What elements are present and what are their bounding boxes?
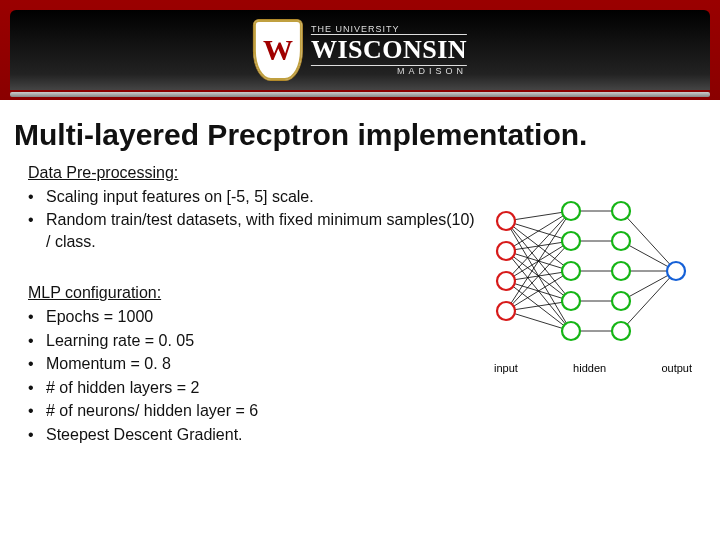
svg-line-17 <box>506 271 571 311</box>
text-column: Data Pre-processing: Scaling input featu… <box>28 162 478 476</box>
svg-point-37 <box>562 292 580 310</box>
svg-point-41 <box>612 262 630 280</box>
label-hidden: hidden <box>573 362 606 374</box>
svg-line-15 <box>506 211 571 311</box>
list-item: Steepest Descent Gradient. <box>28 424 478 446</box>
svg-point-30 <box>497 212 515 230</box>
org-line-1: THE UNIVERSITY <box>311 24 467 34</box>
svg-point-38 <box>562 322 580 340</box>
preproc-heading: Data Pre-processing: <box>28 162 478 184</box>
university-logo: W THE UNIVERSITY WISCONSIN MADISON <box>253 19 467 81</box>
header-inner-bar: W THE UNIVERSITY WISCONSIN MADISON <box>10 10 710 90</box>
list-item: # of neurons/ hidden layer = 6 <box>28 400 478 422</box>
label-output: output <box>661 362 692 374</box>
header-banner: W THE UNIVERSITY WISCONSIN MADISON <box>0 0 720 100</box>
svg-point-36 <box>562 262 580 280</box>
svg-point-33 <box>497 302 515 320</box>
svg-point-35 <box>562 232 580 250</box>
diagram-labels: input hidden output <box>486 360 696 374</box>
list-item: # of hidden layers = 2 <box>28 377 478 399</box>
org-line-3: MADISON <box>311 66 467 76</box>
org-name: WISCONSIN <box>311 34 467 66</box>
hidden-layer-2-nodes <box>612 202 630 340</box>
list-item: Learning rate = 0. 05 <box>28 330 478 352</box>
svg-point-40 <box>612 232 630 250</box>
content-row: Data Pre-processing: Scaling input featu… <box>0 162 720 476</box>
logo-text-block: THE UNIVERSITY WISCONSIN MADISON <box>311 24 467 76</box>
svg-point-43 <box>612 322 630 340</box>
hidden-layer-1-nodes <box>562 202 580 340</box>
list-item: Epochs = 1000 <box>28 306 478 328</box>
output-layer-nodes <box>667 262 685 280</box>
slide-title: Multi-layered Precptron implementation. <box>14 118 720 152</box>
network-icon <box>486 186 696 356</box>
list-item: Scaling input features on [-5, 5] scale. <box>28 186 478 208</box>
preproc-list: Scaling input features on [-5, 5] scale.… <box>28 186 478 253</box>
label-input: input <box>494 362 518 374</box>
list-item: Momentum = 0. 8 <box>28 353 478 375</box>
mlp-heading: MLP configuration: <box>28 282 478 304</box>
list-item: Random train/test datasets, with fixed m… <box>28 209 478 252</box>
crest-letter: W <box>263 33 293 67</box>
crest-shield-icon: W <box>253 19 303 81</box>
mlp-diagram: input hidden output <box>486 186 696 374</box>
input-layer-nodes <box>497 212 515 320</box>
svg-point-39 <box>612 202 630 220</box>
mlp-list: Epochs = 1000 Learning rate = 0. 05 Mome… <box>28 306 478 446</box>
svg-point-31 <box>497 242 515 260</box>
svg-point-32 <box>497 272 515 290</box>
svg-line-5 <box>506 211 571 251</box>
svg-point-42 <box>612 292 630 310</box>
svg-point-44 <box>667 262 685 280</box>
header-divider <box>10 92 710 97</box>
svg-point-34 <box>562 202 580 220</box>
